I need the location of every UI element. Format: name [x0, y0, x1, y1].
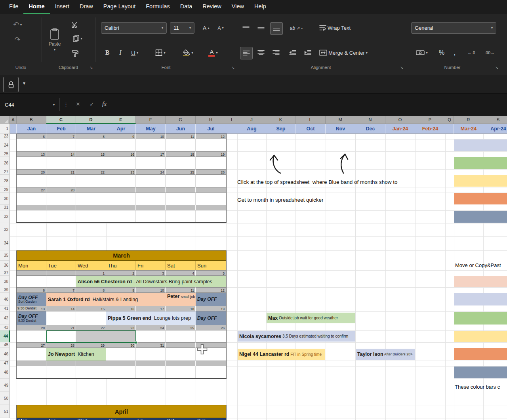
align-middle-icon — [257, 25, 265, 31]
event-day-off-sun-1[interactable]: Day OFF — [196, 293, 226, 306]
copy-button[interactable]: ▾ — [68, 33, 87, 44]
event-jo-name: Jo Newport — [48, 351, 75, 357]
event-nicola[interactable]: Nicola sycamores 3.5 Days estimated wait… — [238, 331, 355, 342]
cut-button[interactable] — [68, 20, 82, 30]
increase-decimal-button[interactable]: ←.0 — [463, 47, 479, 59]
event-pippa[interactable]: Pippa 5 Green end Lounge lots prep — [106, 311, 196, 325]
merge-center-button[interactable]: Merge & Center ▾ — [319, 47, 400, 59]
menu-tab-page-layout[interactable]: Page Layout — [98, 0, 141, 14]
paste-label: Paste — [49, 41, 61, 47]
event-peter[interactable]: Peter small job — [166, 293, 196, 306]
scissors-icon — [71, 21, 78, 29]
paste-button[interactable]: Paste ▾ — [44, 17, 66, 62]
event-sarah[interactable]: Sarah 1 Oxford rd Hall/stairs & Landing — [46, 293, 166, 306]
formula-input[interactable] — [115, 94, 507, 116]
day-off-sub: Sort Garden — [18, 300, 36, 304]
day-off-label: Day OFF — [197, 297, 217, 302]
align-right-button[interactable] — [270, 47, 282, 59]
font-color-button[interactable]: A ▾ — [204, 47, 222, 59]
font-name-select[interactable]: Calibri▾ — [101, 22, 167, 34]
comma-style-button[interactable]: , — [450, 47, 459, 59]
april-title[interactable]: April — [17, 405, 226, 418]
diagonal-arrow-icon: ↗ — [296, 26, 300, 31]
formula-bar-separator — [59, 98, 60, 111]
caret-up-icon: ▴ — [208, 26, 210, 30]
formula-bar: C44 ▾ ⋮ × ✓ fx — [0, 94, 507, 116]
orientation-button[interactable]: ab↗▾ — [287, 22, 306, 34]
confirm-entry-icon[interactable]: ✓ — [90, 101, 94, 107]
menu-tab-insert[interactable]: Insert — [50, 0, 74, 14]
align-center-button[interactable] — [255, 47, 267, 59]
wrap-text-button[interactable]: Wrap Text — [319, 21, 371, 34]
align-top-button[interactable] — [240, 22, 252, 34]
decrease-indent-button[interactable] — [287, 47, 299, 59]
bold-button[interactable]: B — [101, 47, 113, 59]
event-max[interactable]: Max Outside job wait for good weather — [267, 313, 355, 323]
chevron-down-icon: ▾ — [54, 48, 55, 52]
chevron-down-icon: ▾ — [301, 27, 303, 30]
name-box-value: C44 — [5, 102, 14, 108]
decrease-font-button[interactable]: A▾ — [214, 22, 227, 34]
font-size-value: 11 — [173, 25, 179, 31]
event-nigel[interactable]: Nigel 44 Lancaster rd FIT in Spring time — [238, 349, 325, 360]
undo-button[interactable]: ↶▾ — [6, 18, 29, 31]
font-size-select[interactable]: 11▾ — [170, 22, 194, 34]
chevron-down-icon: ▾ — [137, 51, 138, 55]
name-box[interactable]: C44 ▾ — [0, 94, 59, 116]
event-day-off-sun-2[interactable]: Day OFF — [196, 311, 226, 325]
event-day-off-mon-1[interactable]: Day OFFSort Garden — [17, 293, 46, 306]
event-alison-name: Alison 56 Chesteron rd — [78, 279, 132, 284]
menu-tab-review[interactable]: Review — [197, 0, 227, 14]
align-left-button[interactable] — [240, 47, 253, 59]
chevron-down-icon: ▾ — [162, 26, 163, 30]
insert-function-icon[interactable]: fx — [102, 101, 107, 107]
align-bottom-icon — [273, 26, 280, 31]
march-title[interactable]: March — [17, 250, 226, 261]
cancel-entry-icon[interactable]: × — [76, 100, 80, 108]
borders-button[interactable]: ▾ — [152, 47, 169, 59]
align-bottom-button[interactable] — [270, 22, 283, 35]
event-jo[interactable]: Jo Newport Kitchen — [46, 348, 106, 361]
font-dialog-launcher-icon[interactable]: ↘ — [231, 65, 234, 70]
align-middle-button[interactable] — [255, 22, 267, 34]
menu-tab-home[interactable]: Home — [23, 0, 50, 14]
event-pippa-name: Pippa 5 Green end — [108, 315, 151, 321]
event-alison[interactable]: Alison 56 Chesteron rd - All Downstairs … — [76, 276, 226, 287]
decrease-indent-icon — [289, 50, 296, 55]
fill-color-button[interactable]: ▾ — [179, 47, 196, 59]
event-day-off-mon-2[interactable]: Day OFF9.30 Dentist — [17, 311, 46, 325]
percent-style-button[interactable]: % — [436, 47, 447, 59]
selection-border — [46, 330, 136, 343]
protect-sheet-button[interactable] — [3, 77, 19, 92]
increase-indent-button[interactable] — [302, 47, 314, 59]
italic-button[interactable]: I — [115, 47, 126, 59]
name-box-drag-dots-icon[interactable]: ⋮ — [63, 101, 69, 107]
menu-tab-draw[interactable]: Draw — [74, 0, 98, 14]
menu-tab-help[interactable]: Help — [249, 0, 271, 14]
group-label-font: Font — [95, 65, 237, 72]
underline-button[interactable]: U▾ — [128, 47, 142, 59]
event-taylor[interactable]: Taylor Ison After Builders 28> — [356, 349, 415, 360]
merge-center-label: Merge & Center — [328, 50, 365, 56]
group-separator — [405, 17, 405, 62]
menu-tab-view[interactable]: View — [227, 0, 249, 14]
align-center-icon — [257, 50, 265, 55]
align-left-icon — [243, 50, 250, 56]
group-label-undo: Undo — [0, 65, 42, 72]
number-format-select[interactable]: General▾ — [411, 22, 496, 34]
menu-tab-formulas[interactable]: Formulas — [141, 0, 175, 14]
format-painter-button[interactable] — [68, 48, 82, 59]
alignment-dialog-launcher-icon[interactable]: ↘ — [400, 65, 403, 70]
align-top-icon — [242, 25, 250, 31]
menu-tab-data[interactable]: Data — [175, 0, 198, 14]
selection-fill-handle[interactable] — [135, 341, 137, 344]
ribbon-options-chevron-icon[interactable]: ▾ — [23, 80, 25, 86]
clipboard-dialog-launcher-icon[interactable]: ↘ — [90, 65, 93, 70]
decrease-decimal-button[interactable]: .00→ — [482, 47, 497, 59]
number-dialog-launcher-icon[interactable]: ↘ — [495, 65, 498, 70]
copy-icon — [73, 35, 79, 42]
menu-tab-file[interactable]: File — [4, 0, 23, 14]
accounting-format-button[interactable]: ▾ — [412, 47, 432, 59]
increase-font-button[interactable]: A▴ — [199, 22, 213, 34]
redo-button[interactable]: ↷ — [6, 33, 29, 46]
